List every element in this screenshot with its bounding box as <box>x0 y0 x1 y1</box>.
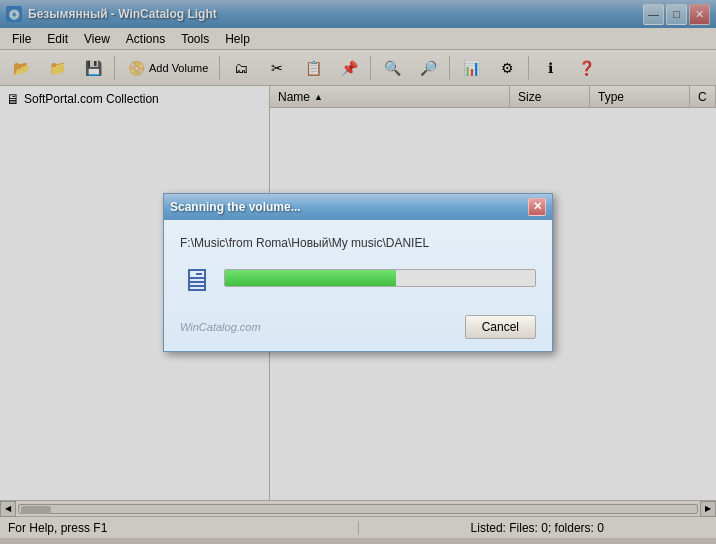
scanning-dialog: Scanning the volume... ✕ F:\Music\from R… <box>163 193 553 352</box>
progress-bar-fill <box>225 270 396 286</box>
dialog-title-bar: Scanning the volume... ✕ <box>164 194 552 220</box>
dialog-cancel-button[interactable]: Cancel <box>465 315 536 339</box>
dialog-content: 🖥 <box>180 262 536 299</box>
dialog-watermark: WinCatalog.com <box>180 321 261 333</box>
progress-area <box>224 269 536 291</box>
dialog-footer: WinCatalog.com Cancel <box>164 311 552 351</box>
dialog-overlay: Scanning the volume... ✕ F:\Music\from R… <box>0 0 716 544</box>
computer-scan-icon: 🖥 <box>180 262 212 299</box>
dialog-title: Scanning the volume... <box>170 200 301 214</box>
progress-bar-container <box>224 269 536 287</box>
dialog-close-button[interactable]: ✕ <box>528 198 546 216</box>
dialog-body: F:\Music\from Roma\Новый\My music\DANIEL… <box>164 220 552 311</box>
dialog-scan-path: F:\Music\from Roma\Новый\My music\DANIEL <box>180 236 536 250</box>
